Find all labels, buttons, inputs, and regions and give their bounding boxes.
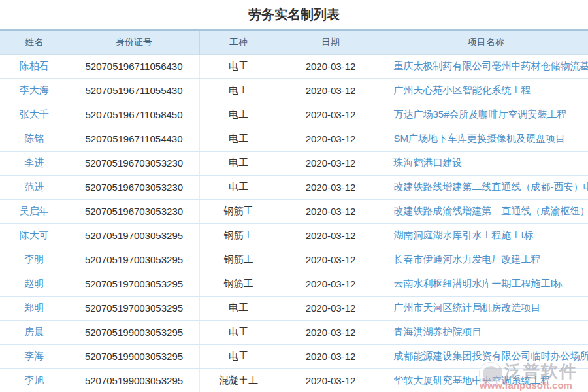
project-name-cell: 华软大厦研究基地中央空调系统工程 bbox=[384, 368, 588, 392]
project-name-cell: 长春市伊通河水力发电厂改建工程 bbox=[384, 248, 588, 272]
id-number-cell: 520705196711058450 bbox=[69, 103, 199, 127]
id-number-cell: 520705197003053295 bbox=[69, 248, 199, 272]
id-number-cell: 520705196711056430 bbox=[69, 54, 199, 78]
project-name-link[interactable]: 改建铁路成渝线增建第二直通线（成渝枢纽）电力... bbox=[394, 205, 588, 216]
worker-name-cell: 张大千 bbox=[0, 103, 69, 127]
worker-name-cell: 李进 bbox=[0, 151, 69, 175]
project-name-cell: 云南水利枢纽潜明水库一期工程施工I标 bbox=[384, 272, 588, 296]
project-name-link[interactable]: 成都能源建设集团投资有限公司临时办公场所装修... bbox=[394, 350, 588, 361]
id-number-cell: 520705199003053295 bbox=[69, 344, 199, 368]
column-header-date: 日期 bbox=[278, 30, 384, 54]
column-header-id: 身份证号 bbox=[69, 30, 199, 54]
project-name-link[interactable]: 广州市天河区统计局机房改造项目 bbox=[394, 302, 541, 313]
worker-name-cell: 郑明 bbox=[0, 296, 69, 320]
project-name-cell: SM广场地下车库更换摄像机及硬盘项目 bbox=[384, 127, 588, 151]
worker-name-link[interactable]: 陈大可 bbox=[20, 229, 49, 240]
worker-name-link[interactable]: 赵明 bbox=[24, 278, 44, 289]
table-row: 吴启年 520705196703053230 钢筋工 2020-03-12 改建… bbox=[0, 199, 588, 223]
id-number-cell: 520705197003053295 bbox=[69, 296, 199, 320]
project-name-cell: 珠海鹤港口建设 bbox=[384, 151, 588, 175]
worker-name-cell: 李明 bbox=[0, 248, 69, 272]
project-name-link[interactable]: 重庆太极制药有限公司亳州中药材仓储物流基地项... bbox=[394, 60, 588, 71]
id-number-cell: 520705196703053230 bbox=[69, 199, 199, 223]
worker-name-link[interactable]: 李明 bbox=[24, 253, 44, 265]
worker-name-link[interactable]: 李大海 bbox=[20, 84, 49, 95]
date-cell: 2020-03-12 bbox=[278, 296, 384, 320]
job-type-cell: 电工 bbox=[199, 320, 278, 344]
project-name-link[interactable]: 长春市伊通河水力发电厂改建工程 bbox=[394, 253, 541, 265]
labor-realname-table: 姓名 身份证号 工种 日期 项目名称 陈柏石 52070519671105643… bbox=[0, 29, 588, 392]
date-cell: 2020-03-12 bbox=[278, 248, 384, 272]
job-type-cell: 混凝土工 bbox=[199, 368, 278, 392]
project-name-cell: 青海洪湖养护院项目 bbox=[384, 320, 588, 344]
project-name-cell: 广州市天河区统计局机房改造项目 bbox=[384, 296, 588, 320]
job-type-cell: 钢筋工 bbox=[199, 248, 278, 272]
labor-realname-page: 劳务实名制列表 姓名 身份证号 工种 日期 项目名称 陈柏石 520705196… bbox=[0, 0, 588, 392]
id-number-cell: 520705196703053230 bbox=[69, 175, 199, 199]
date-cell: 2020-03-12 bbox=[278, 320, 384, 344]
date-cell: 2020-03-12 bbox=[278, 223, 384, 248]
project-name-cell: 湖南洞庭湖水库引水工程施工I标 bbox=[384, 223, 588, 248]
date-cell: 2020-03-12 bbox=[278, 54, 384, 78]
date-cell: 2020-03-12 bbox=[278, 103, 384, 127]
job-type-cell: 钢筋工 bbox=[199, 272, 278, 296]
worker-name-cell: 吴启年 bbox=[0, 199, 69, 223]
table-row: 李旭 520705199003053295 混凝土工 2020-03-12 华软… bbox=[0, 368, 588, 392]
worker-name-link[interactable]: 房晨 bbox=[24, 326, 44, 337]
id-number-cell: 520705199003053295 bbox=[69, 320, 199, 344]
project-name-link[interactable]: 云南水利枢纽潜明水库一期工程施工I标 bbox=[394, 278, 563, 289]
job-type-cell: 钢筋工 bbox=[199, 223, 278, 248]
date-cell: 2020-03-12 bbox=[278, 127, 384, 151]
worker-name-link[interactable]: 李海 bbox=[24, 350, 44, 361]
worker-name-link[interactable]: 陈柏石 bbox=[20, 60, 49, 71]
table-body: 陈柏石 520705196711056430 电工 2020-03-12 重庆太… bbox=[0, 54, 588, 392]
worker-name-cell: 范进 bbox=[0, 175, 69, 199]
project-name-cell: 万达广场35#会所及咖啡厅空调安装工程 bbox=[384, 103, 588, 127]
project-name-link[interactable]: 华软大厦研究基地中央空调系统工程 bbox=[394, 374, 551, 385]
project-name-link[interactable]: 湖南洞庭湖水库引水工程施工I标 bbox=[394, 229, 534, 240]
project-name-link[interactable]: 万达广场35#会所及咖啡厅空调安装工程 bbox=[394, 108, 567, 120]
worker-name-link[interactable]: 李旭 bbox=[24, 374, 44, 385]
project-name-cell: 改建铁路成渝线增建第二直通线（成渝枢纽）电力... bbox=[384, 199, 588, 223]
project-name-cell: 成都能源建设集团投资有限公司临时办公场所装修... bbox=[384, 344, 588, 368]
id-number-cell: 520705196711054430 bbox=[69, 127, 199, 151]
project-name-link[interactable]: 青海洪湖养护院项目 bbox=[394, 326, 482, 337]
project-name-link[interactable]: SM广场地下车库更换摄像机及硬盘项目 bbox=[394, 133, 566, 144]
worker-name-link[interactable]: 郑明 bbox=[24, 302, 44, 313]
table-row: 陈大可 520705197003053295 钢筋工 2020-03-12 湖南… bbox=[0, 223, 588, 248]
project-name-link[interactable]: 广州天心苑小区智能化系统工程 bbox=[394, 84, 531, 95]
worker-name-cell: 陈大可 bbox=[0, 223, 69, 248]
column-header-project: 项目名称 bbox=[384, 30, 588, 54]
table-row: 郑明 520705197003053295 电工 2020-03-12 广州市天… bbox=[0, 296, 588, 320]
id-number-cell: 520705197003053295 bbox=[69, 272, 199, 296]
column-header-job: 工种 bbox=[199, 30, 278, 54]
job-type-cell: 电工 bbox=[199, 127, 278, 151]
worker-name-cell: 李旭 bbox=[0, 368, 69, 392]
job-type-cell: 电工 bbox=[199, 344, 278, 368]
table-row: 赵明 520705197003053295 钢筋工 2020-03-12 云南水… bbox=[0, 272, 588, 296]
date-cell: 2020-03-12 bbox=[278, 151, 384, 175]
worker-name-cell: 赵明 bbox=[0, 272, 69, 296]
worker-name-link[interactable]: 吴启年 bbox=[20, 205, 49, 216]
table-row: 李大海 520705196711055430 电工 2020-03-12 广州天… bbox=[0, 78, 588, 103]
worker-name-cell: 陈铭 bbox=[0, 127, 69, 151]
table-row: 李明 520705197003053295 钢筋工 2020-03-12 长春市… bbox=[0, 248, 588, 272]
id-number-cell: 520705196703053230 bbox=[69, 151, 199, 175]
table-row: 陈铭 520705196711054430 电工 2020-03-12 SM广场… bbox=[0, 127, 588, 151]
project-name-cell: 改建铁路线增建第二线直通线（成都-西安）电力... bbox=[384, 175, 588, 199]
worker-name-cell: 陈柏石 bbox=[0, 54, 69, 78]
date-cell: 2020-03-12 bbox=[278, 199, 384, 223]
column-header-name: 姓名 bbox=[0, 30, 69, 54]
date-cell: 2020-03-12 bbox=[278, 78, 384, 103]
worker-name-link[interactable]: 李进 bbox=[24, 157, 44, 168]
worker-name-link[interactable]: 陈铭 bbox=[24, 133, 44, 144]
job-type-cell: 钢筋工 bbox=[199, 199, 278, 223]
table-row: 房晨 520705199003053295 电工 2020-03-12 青海洪湖… bbox=[0, 320, 588, 344]
project-name-cell: 广州天心苑小区智能化系统工程 bbox=[384, 78, 588, 103]
worker-name-link[interactable]: 张大千 bbox=[20, 108, 49, 120]
job-type-cell: 电工 bbox=[199, 103, 278, 127]
project-name-link[interactable]: 珠海鹤港口建设 bbox=[394, 157, 463, 168]
worker-name-cell: 李大海 bbox=[0, 78, 69, 103]
project-name-link[interactable]: 改建铁路线增建第二线直通线（成都-西安）电力... bbox=[394, 181, 588, 192]
worker-name-link[interactable]: 范进 bbox=[24, 181, 44, 192]
